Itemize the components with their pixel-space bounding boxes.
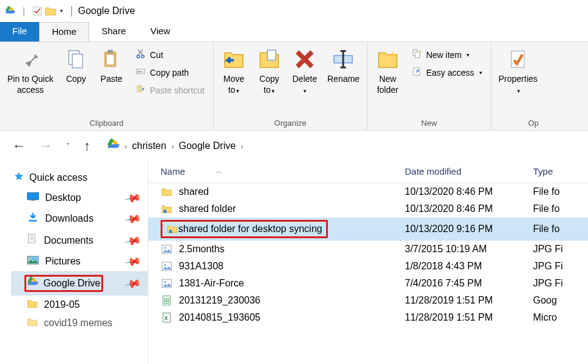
up-button[interactable]: ↑ — [80, 137, 94, 155]
pin-icon: 📌 — [123, 231, 142, 250]
file-row[interactable]: X20140815_19360511/28/2019 1:51 PMMicro — [148, 309, 588, 326]
group-label-open: Op — [495, 117, 542, 129]
sidebar-item-pictures[interactable]: Pictures 📌 — [11, 252, 148, 271]
file-row[interactable]: 20131219_23003611/28/2019 1:51 PMGoog — [148, 292, 588, 309]
cut-button[interactable]: Cut — [132, 47, 207, 62]
col-date[interactable]: Date modified — [405, 166, 533, 177]
svg-text:abc: abc — [137, 70, 143, 73]
new-folder-icon — [377, 47, 399, 71]
svg-rect-27 — [31, 200, 35, 201]
svg-point-47 — [164, 281, 166, 283]
new-folder-button[interactable]: New folder — [371, 45, 404, 98]
copy-to-label: Copy to▾ — [260, 74, 280, 95]
breadcrumb[interactable]: › christen › Google Drive › — [107, 139, 244, 153]
qat-dropdown-icon[interactable]: ▾ — [60, 7, 63, 14]
chevron-right-icon: › — [241, 142, 243, 151]
paste-shortcut-icon — [135, 84, 146, 96]
image-icon — [161, 243, 173, 255]
crumb-google-drive[interactable]: Google Drive — [179, 140, 236, 151]
col-type[interactable]: Type — [533, 166, 588, 177]
pin-quick-access-button[interactable]: Pin to Quick access — [4, 45, 57, 98]
file-row[interactable]: shared10/13/2020 8:46 PMFile fo — [148, 183, 588, 200]
svg-rect-3 — [33, 7, 41, 15]
sidebar-item-downloads[interactable]: Downloads 📌 — [11, 208, 148, 230]
paste-icon — [101, 47, 122, 71]
forward-button[interactable]: → — [35, 137, 56, 155]
sidebar-item-covid19-memes[interactable]: covid19 memes — [11, 314, 148, 332]
delete-button[interactable]: Delete▾ — [288, 45, 321, 98]
cut-label: Cut — [150, 50, 163, 60]
quick-access-header[interactable]: Quick access — [11, 167, 148, 188]
sidebar-item-documents[interactable]: Documents 📌 — [11, 230, 148, 252]
delete-label: Delete▾ — [292, 74, 317, 95]
file-date: 10/13/2020 8:46 PM — [405, 203, 533, 214]
rename-icon — [332, 47, 354, 71]
ribbon-group-new: New folder New item ▾ Easy access ▾ — [368, 42, 492, 130]
svg-rect-39 — [163, 211, 167, 213]
file-date: 3/7/2015 10:19 AM — [405, 244, 533, 255]
file-date: 1/8/2018 4:43 PM — [405, 261, 533, 272]
new-item-label: New item — [426, 50, 462, 60]
paste-label: Paste — [101, 74, 123, 85]
move-to-button[interactable]: Move to▾ — [217, 45, 250, 98]
svg-rect-5 — [73, 54, 83, 68]
downloads-icon — [27, 211, 39, 226]
recent-dropdown[interactable]: ˅ — [62, 140, 74, 152]
drive-icon-small — [107, 139, 120, 153]
pin-icon — [20, 47, 41, 71]
tab-home[interactable]: Home — [39, 22, 89, 42]
svg-rect-20 — [415, 52, 420, 58]
paste-shortcut-button[interactable]: Paste shortcut — [132, 82, 207, 98]
copy-path-label: Copy path — [150, 68, 189, 78]
quick-access-label: Quick access — [29, 172, 87, 183]
documents-icon — [27, 233, 38, 248]
paste-button[interactable]: Paste — [95, 45, 128, 87]
rename-button[interactable]: Rename — [324, 45, 363, 87]
file-type: Goog — [533, 295, 588, 306]
delete-icon — [294, 47, 316, 71]
file-name: 1381-Air-Force — [179, 278, 244, 289]
file-row[interactable]: 2.5months3/7/2015 10:19 AMJPG Fi — [148, 241, 588, 258]
copy-path-button[interactable]: abc Copy path — [132, 65, 207, 80]
group-label-new: New — [371, 117, 487, 129]
sidebar-item-2019-05[interactable]: 2019-05 — [11, 296, 148, 314]
sidebar-item-google-drive[interactable]: Google Drive 📌 — [11, 271, 148, 296]
svg-point-43 — [164, 247, 166, 249]
ribbon-group-clipboard: Pin to Quick access Copy Paste — [0, 42, 214, 130]
back-button[interactable]: ← — [9, 137, 29, 155]
file-row[interactable]: shared folder for desktop syncing10/13/2… — [148, 217, 588, 241]
copy-to-button[interactable]: Copy to▾ — [253, 45, 286, 98]
file-row[interactable]: 1381-Air-Force7/4/2016 7:45 PMJPG Fi — [148, 275, 588, 292]
svg-marker-2 — [5, 10, 15, 13]
file-name: shared folder — [179, 203, 236, 214]
pin-icon: 📌 — [123, 189, 142, 208]
sidebar-item-desktop[interactable]: Desktop 📌 — [11, 188, 148, 208]
svg-rect-28 — [29, 220, 37, 222]
file-date: 10/13/2020 8:46 PM — [405, 186, 533, 197]
file-row[interactable]: shared folder10/13/2020 8:46 PMFile fo — [148, 200, 588, 217]
copy-icon — [65, 47, 86, 71]
main-area: Quick access Desktop 📌 Downloads 📌 Docum… — [0, 161, 588, 364]
tab-view[interactable]: View — [138, 22, 182, 42]
easy-access-icon — [412, 66, 423, 79]
crumb-christen[interactable]: christen — [132, 140, 166, 151]
pin-icon: 📌 — [123, 209, 142, 228]
svg-point-34 — [29, 258, 31, 260]
easy-access-button[interactable]: Easy access ▾ — [409, 65, 485, 80]
col-name[interactable]: Name — [161, 166, 185, 177]
new-folder-label: New folder — [377, 74, 398, 95]
folder-icon — [161, 186, 173, 198]
sidebar-item-label: Google Drive — [43, 278, 100, 289]
save-check-icon[interactable] — [31, 5, 44, 16]
sort-asc-icon: ︿ — [216, 167, 222, 176]
folder-shared-icon — [166, 223, 178, 235]
tab-share[interactable]: Share — [89, 22, 138, 42]
file-row[interactable]: 931A13081/8/2018 4:43 PMJPG Fi — [148, 258, 588, 275]
properties-button[interactable]: Properties▾ — [495, 45, 542, 98]
tab-file[interactable]: File — [0, 22, 39, 42]
filelist: Name ︿ Date modified Type shared10/13/20… — [148, 161, 588, 364]
new-item-button[interactable]: New item ▾ — [409, 47, 485, 62]
svg-text:X: X — [164, 316, 168, 321]
copy-button[interactable]: Copy — [59, 45, 92, 87]
pin-icon: 📌 — [123, 274, 142, 293]
